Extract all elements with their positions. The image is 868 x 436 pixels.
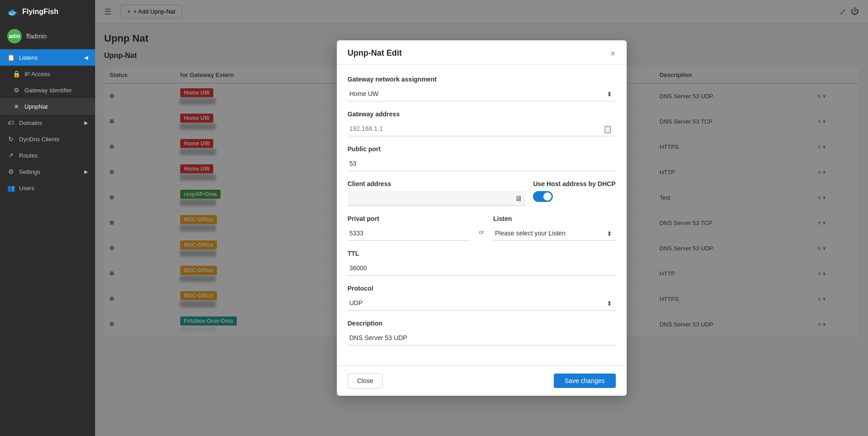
gateway-network-label: Gateway network assignment	[348, 76, 616, 83]
sidebar-item-label-domains: Domains	[19, 120, 42, 126]
protocol-select-wrap: UDP TCP ⬍	[348, 296, 616, 311]
avatar: adm	[7, 29, 22, 43]
sidebar-item-label-settings: Settings	[19, 168, 40, 175]
modal-footer: Close Save changes	[337, 365, 627, 396]
ip-access-icon: 🔒	[13, 70, 20, 77]
gateway-address-label: Gateway address	[348, 110, 616, 118]
main-content: ☰ + + Add Upnp-Nat ⤢ ⏻ Upnp Nat Upnp-Nat…	[95, 0, 868, 436]
port-listen-row: Privat port or Listen Please select your…	[348, 215, 616, 241]
upnpnat-icon: ≡	[13, 103, 20, 110]
sidebar-item-label-gateway: Gateway Identifier	[24, 87, 72, 94]
copy-icon[interactable]: 📋	[603, 125, 612, 133]
gateway-address-input[interactable]	[348, 121, 616, 136]
ttl-group: TTL	[348, 250, 616, 276]
users-icon: 👥	[7, 184, 14, 192]
gateway-address-input-wrap: 📋	[348, 121, 616, 136]
user-section: adm ffadmin	[0, 24, 95, 49]
collapse-icon: ◀	[84, 55, 88, 61]
modal-dialog: Upnp-Nat Edit × Gateway network assignme…	[337, 40, 627, 396]
sidebar-item-listens[interactable]: 📋 Listens ◀	[0, 49, 95, 66]
sidebar-item-label-dyndns: DynDns Clients	[19, 136, 60, 143]
description-group: Description	[348, 320, 616, 345]
ttl-label: TTL	[348, 250, 616, 257]
ttl-input[interactable]	[348, 261, 616, 276]
sidebar-nav: 📋 Listens ◀ 🔒 IP Access ⚙ Gateway Identi…	[0, 49, 95, 436]
domains-collapse-icon: ▶	[84, 120, 88, 126]
sidebar-item-upnpnat[interactable]: ≡ UpnpNat	[0, 98, 95, 115]
listen-label: Listen	[493, 215, 615, 222]
sidebar-item-label-ip-access: IP Access	[24, 71, 50, 77]
client-address-input[interactable]	[348, 191, 526, 206]
client-address-input-wrap: 🖥	[348, 191, 526, 206]
sidebar-item-label-users: Users	[19, 185, 34, 192]
close-button[interactable]: Close	[348, 373, 383, 388]
sidebar: 🐟 FlyingFish adm ffadmin 📋 Listens ◀ 🔒 I…	[0, 0, 95, 436]
app-header: 🐟 FlyingFish	[0, 0, 95, 24]
sidebar-item-label-upnpnat: UpnpNat	[24, 103, 48, 110]
privat-port-label: Privat port	[348, 215, 470, 222]
sidebar-item-label-routes: Routes	[19, 152, 38, 159]
dhcp-toggle[interactable]	[533, 191, 553, 202]
domains-icon: 🏷	[7, 119, 14, 126]
modal-close-button[interactable]: ×	[610, 49, 616, 58]
privat-port-col: Privat port	[348, 215, 470, 241]
sidebar-item-users[interactable]: 👥 Users	[0, 180, 95, 196]
privat-port-listen-group: Privat port or Listen Please select your…	[348, 215, 616, 241]
modal-body: Gateway network assignment Home UW MSC-O…	[337, 65, 627, 365]
modal-header: Upnp-Nat Edit ×	[337, 40, 627, 65]
protocol-group: Protocol UDP TCP ⬍	[348, 285, 616, 311]
sidebar-item-dyndns[interactable]: ↻ DynDns Clients	[0, 131, 95, 147]
sidebar-item-routes[interactable]: ↗ Routes	[0, 147, 95, 163]
public-port-input[interactable]	[348, 156, 616, 171]
settings-collapse-icon: ▶	[84, 169, 88, 175]
settings-icon: ⚙	[7, 168, 14, 175]
description-label: Description	[348, 320, 616, 327]
client-address-group: Client address 🖥 Use Host address by DHC…	[348, 180, 616, 206]
listen-col: Listen Please select your Listen ⬍	[493, 215, 615, 241]
dyndns-icon: ↻	[7, 135, 14, 143]
protocol-label: Protocol	[348, 285, 616, 292]
username: ffadmin	[26, 33, 47, 40]
modal-title: Upnp-Nat Edit	[348, 48, 402, 58]
sidebar-item-label-listens: Listens	[19, 54, 38, 61]
sidebar-item-gateway-identifier[interactable]: ⚙ Gateway Identifier	[0, 82, 95, 98]
public-port-group: Public port	[348, 145, 616, 171]
sidebar-item-settings[interactable]: ⚙ Settings ▶	[0, 163, 95, 180]
modal-overlay: Upnp-Nat Edit × Gateway network assignme…	[95, 0, 868, 436]
save-button[interactable]: Save changes	[554, 374, 616, 388]
privat-port-input[interactable]	[348, 226, 470, 241]
listen-select-wrap: Please select your Listen ⬍	[493, 226, 615, 241]
listen-select[interactable]: Please select your Listen	[493, 226, 615, 241]
gateway-address-group: Gateway address 📋	[348, 110, 616, 136]
listens-icon: 📋	[7, 54, 14, 61]
app-logo-icon: 🐟	[7, 6, 19, 17]
sidebar-item-ip-access[interactable]: 🔒 IP Access	[0, 66, 95, 82]
dhcp-toggle-col: Use Host address by DHCP	[533, 180, 615, 202]
sidebar-item-domains[interactable]: 🏷 Domains ▶	[0, 115, 95, 131]
public-port-label: Public port	[348, 145, 616, 153]
toggle-slider	[533, 191, 553, 202]
protocol-select[interactable]: UDP TCP	[348, 296, 616, 311]
routes-icon: ↗	[7, 152, 14, 159]
app-name: FlyingFish	[22, 8, 58, 16]
gateway-network-group: Gateway network assignment Home UW MSC-O…	[348, 76, 616, 101]
client-copy-icon[interactable]: 🖥	[515, 195, 522, 203]
or-label: or	[479, 216, 484, 241]
gateway-icon: ⚙	[13, 86, 20, 94]
description-input[interactable]	[348, 331, 616, 345]
client-address-label: Client address	[348, 180, 526, 187]
client-address-col: Client address 🖥	[348, 180, 526, 206]
gateway-network-select[interactable]: Home UW MSC-Office raspAP-Oma Fritzbox-O…	[348, 86, 616, 101]
dhcp-label: Use Host address by DHCP	[533, 180, 615, 187]
